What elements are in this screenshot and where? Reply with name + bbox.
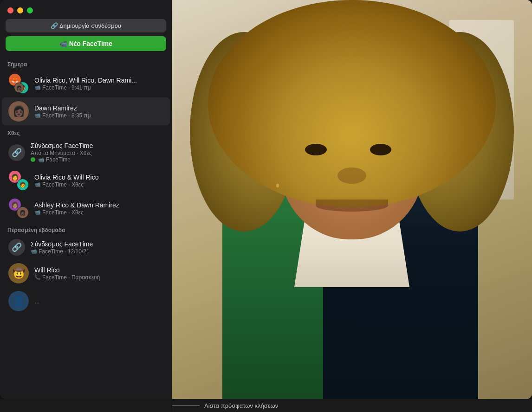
call-meta-ashley-dawn: 📹 FaceTime · Χθες: [34, 209, 163, 216]
avatar-will2: 🧑: [17, 179, 29, 191]
call-meta-olivia-will: 📹 FaceTime · Χθες: [34, 181, 163, 188]
call-name-link: Σύνδεσμος FaceTime: [31, 142, 163, 149]
call-meta: 📹 FaceTime · 9:41 πμ: [34, 84, 163, 91]
close-button[interactable]: [7, 7, 13, 13]
call-item-dawn-ramirez[interactable]: 👩🏿 Dawn Ramirez 📹 FaceTime · 8:35 πμ: [2, 97, 170, 125]
avatar-dawn: 👩🏿: [14, 83, 24, 93]
call-meta-link-lw: 📹 FaceTime · 12/10/21: [31, 248, 163, 255]
avatar-will-rico: 🤠: [8, 263, 29, 283]
mouth: [316, 200, 388, 212]
sidebar: 🔗 Δημιουργία συνδέσμου 📹 Νέο FaceTime Σή…: [0, 0, 172, 399]
call-info-ashley-dawn: Ashley Rico & Dawn Ramirez 📹 FaceTime · …: [34, 201, 163, 216]
call-name-ashley-dawn: Ashley Rico & Dawn Ramirez: [34, 201, 163, 209]
eye-left: [305, 144, 327, 156]
call-meta-text-line1: Από τα Μηνύματα · Χθες: [31, 150, 92, 156]
call-name-olivia-will: Olivia Rico & Will Rico: [34, 174, 163, 181]
call-name-dawn: Dawn Ramirez: [34, 104, 163, 112]
annotation-pointer-line: [172, 406, 200, 406]
nose: [337, 167, 366, 183]
yesterday-section-label: Χθες: [0, 125, 172, 138]
video-cam-icon-ad: 📹: [34, 209, 41, 215]
call-meta-link-line1: Από τα Μηνύματα · Χθες: [31, 150, 163, 156]
video-background: [172, 0, 532, 399]
call-item-olivia-will[interactable]: 👩 🧑 Olivia Rico & Will Rico 📹 FaceTime ·…: [2, 167, 170, 194]
annotation-bar: Λίστα πρόσφατων κλήσεων: [0, 399, 532, 412]
call-name-link-lw: Σύνδεσμος FaceTime: [31, 240, 163, 248]
video-cam-icon-ow: 📹: [34, 181, 41, 187]
call-info-link-yesterday: Σύνδεσμος FaceTime Από τα Μηνύματα · Χθε…: [31, 142, 163, 163]
call-meta-will: 📞 FaceTime · Παρασκευή: [34, 274, 163, 281]
call-time-ad: FaceTime · Χθες: [42, 209, 84, 216]
video-cam-icon-link: 📹: [38, 157, 45, 163]
facetime-label-link: FaceTime: [46, 156, 71, 163]
call-item-link-lastweek[interactable]: 🔗 Σύνδεσμος FaceTime 📹 FaceTime · 12/10/…: [2, 235, 170, 259]
call-time-ow: FaceTime · Χθες: [42, 181, 84, 188]
today-section-label: Σήμερα: [0, 57, 172, 70]
call-time: FaceTime · 9:41 πμ: [42, 84, 91, 91]
call-list: Σήμερα 🦊 🧑 👩🏿 Olivia Rico, Will Rico, Da…: [0, 57, 172, 399]
video-cam-icon: 📹: [34, 84, 41, 90]
video-cam-icon-lw: 📹: [31, 248, 37, 254]
green-dot-icon: [31, 157, 35, 162]
avatar-group: 🦊 🧑 👩🏿: [8, 73, 29, 94]
new-facetime-button[interactable]: 📹 Νέο FaceTime: [6, 36, 166, 51]
avatar-group-olivia-will: 👩 🧑: [8, 170, 29, 191]
maximize-button[interactable]: [27, 7, 33, 13]
traffic-lights: [0, 0, 172, 19]
earring-left: [276, 184, 279, 187]
call-name-partial: ...: [34, 297, 163, 305]
link-avatar: 🔗: [8, 144, 25, 161]
call-item-partial: 👤 ...: [2, 287, 170, 315]
call-item-ashley-dawn[interactable]: 👩🏽 👩🏿 Ashley Rico & Dawn Ramirez 📹 FaceT…: [2, 194, 170, 222]
call-info-link-lw: Σύνδεσμος FaceTime 📹 FaceTime · 12/10/21: [31, 240, 163, 255]
call-info-olivia-will: Olivia Rico & Will Rico 📹 FaceTime · Χθε…: [34, 174, 163, 188]
action-buttons: 🔗 Δημιουργία συνδέσμου 📹 Νέο FaceTime: [0, 19, 172, 57]
create-link-button[interactable]: 🔗 Δημιουργία συνδέσμου: [6, 19, 166, 32]
minimize-button[interactable]: [17, 7, 23, 13]
avatar-dawn-ramirez: 👩🏿: [8, 101, 29, 122]
last-week-section-label: Περασμένη εβδομάδα: [0, 222, 172, 235]
call-name: Olivia Rico, Will Rico, Dawn Rami...: [34, 77, 163, 84]
call-item-will-rico[interactable]: 🤠 Will Rico 📞 FaceTime · Παρασκευή: [2, 259, 170, 287]
avatar-dawn2: 👩🏿: [17, 206, 29, 219]
annotation-text: Λίστα πρόσφατων κλήσεων: [204, 402, 278, 409]
call-item-group-today[interactable]: 🦊 🧑 👩🏿 Olivia Rico, Will Rico, Dawn Rami…: [2, 70, 170, 97]
link-avatar-lw: 🔗: [8, 239, 25, 256]
call-time-lw: FaceTime · 12/10/21: [39, 248, 90, 255]
call-meta-dawn: 📹 FaceTime · 8:35 πμ: [34, 112, 163, 119]
phone-icon-will: 📞: [34, 274, 41, 280]
annotation-vertical: [172, 399, 172, 412]
call-info-group-today: Olivia Rico, Will Rico, Dawn Rami... 📹 F…: [34, 77, 163, 91]
avatar-partial: 👤: [8, 291, 29, 311]
call-info-will: Will Rico 📞 FaceTime · Παρασκευή: [34, 266, 163, 281]
call-meta-link-line2: 📹 FaceTime: [31, 156, 163, 163]
main-video-area: [172, 0, 532, 399]
avatar-group-ashley-dawn: 👩🏽 👩🏿: [8, 198, 29, 219]
call-item-link-yesterday[interactable]: 🔗 Σύνδεσμος FaceTime Από τα Μηνύματα · Χ…: [2, 138, 170, 167]
call-name-will: Will Rico: [34, 266, 163, 274]
call-info-dawn: Dawn Ramirez 📹 FaceTime · 8:35 πμ: [34, 104, 163, 119]
call-time-will: FaceTime · Παρασκευή: [42, 274, 100, 281]
call-time-dawn: FaceTime · 8:35 πμ: [42, 112, 91, 119]
call-info-partial: ...: [34, 297, 163, 305]
video-cam-icon-dawn: 📹: [34, 112, 41, 118]
